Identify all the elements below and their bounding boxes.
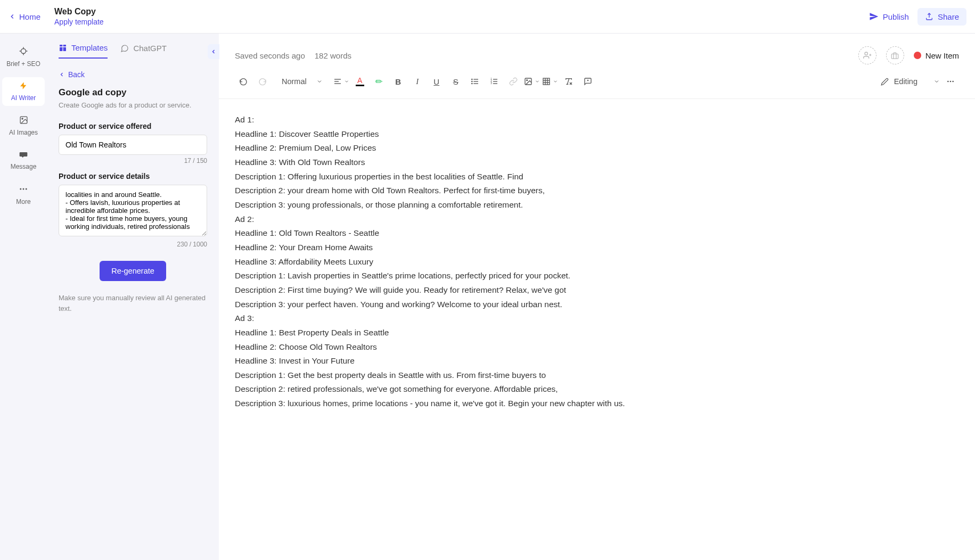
table-button[interactable]	[542, 73, 558, 90]
product-offered-counter: 17 / 150	[59, 157, 207, 164]
redo-button[interactable]	[254, 73, 271, 90]
mode-select[interactable]: Editing	[881, 77, 940, 86]
status-chip[interactable]: New Item	[914, 51, 959, 60]
editor-line: Description 3: luxurious homes, prime lo…	[235, 397, 959, 411]
product-offered-label: Product or service offered	[59, 122, 207, 130]
tab-templates[interactable]: Templates	[59, 43, 108, 59]
comment-icon	[584, 77, 592, 86]
back-link[interactable]: Back	[59, 70, 207, 79]
image-icon	[524, 77, 532, 86]
nav-label: AI Writer	[11, 94, 36, 102]
text-color-button[interactable]: A	[351, 73, 368, 90]
image-insert-button[interactable]	[524, 73, 540, 90]
link-button[interactable]	[505, 73, 522, 90]
comment-button[interactable]	[579, 73, 596, 90]
svg-text:3: 3	[490, 82, 492, 85]
product-details-input[interactable]	[59, 185, 207, 236]
highlight-button[interactable]: ✎	[371, 73, 388, 90]
editor-line: Headline 1: Old Town Realtors - Seattle	[235, 226, 959, 241]
undo-button[interactable]	[235, 73, 252, 90]
bold-icon: B	[395, 77, 401, 86]
calendar-button[interactable]	[886, 46, 904, 64]
product-details-label: Product or service details	[59, 172, 207, 180]
product-offered-input[interactable]	[59, 135, 207, 155]
clear-format-icon	[564, 77, 573, 86]
svg-rect-11	[60, 45, 62, 46]
underline-icon: U	[433, 77, 439, 86]
page-title: Web Copy	[54, 7, 869, 17]
top-header: Home Web Copy Apply template Publish Sha…	[0, 0, 975, 34]
home-link[interactable]: Home	[9, 12, 40, 21]
underline-button[interactable]: U	[428, 73, 445, 90]
editor-line: Ad 3:	[235, 311, 959, 326]
redo-icon	[258, 77, 267, 86]
editor-content[interactable]: Ad 1:Headline 1: Discover Seattle Proper…	[219, 99, 975, 425]
editor-area: Saved seconds ago 182 words New Item N	[219, 34, 975, 560]
tab-chatgpt[interactable]: ChatGPT	[120, 44, 167, 58]
chat-icon	[120, 44, 129, 53]
main-area: Brief + SEO AI Writer AI Images Message …	[0, 34, 975, 560]
numbered-list-button[interactable]: 123	[486, 73, 503, 90]
saved-status: Saved seconds ago	[235, 51, 305, 60]
strikethrough-icon: S	[453, 77, 458, 86]
bullet-list-button[interactable]	[466, 73, 484, 90]
chevron-down-icon	[344, 79, 349, 84]
collapse-panel-button[interactable]	[208, 44, 219, 59]
editor-line: Headline 1: Best Property Deals in Seatt…	[235, 326, 959, 340]
svg-rect-14	[63, 47, 66, 51]
paragraph-style-label: Normal	[282, 77, 307, 86]
tab-label: ChatGPT	[133, 44, 167, 53]
undo-icon	[239, 77, 248, 86]
paragraph-style-select[interactable]: Normal	[273, 77, 331, 86]
apply-template-link[interactable]: Apply template	[54, 18, 869, 26]
nav-label: AI Images	[9, 129, 38, 136]
editor-line: Headline 3: Affordability Meets Luxury	[235, 255, 959, 269]
nav-ai-writer[interactable]: AI Writer	[2, 77, 45, 106]
nav-more[interactable]: More	[2, 180, 45, 210]
editor-line: Headline 2: Choose Old Town Realtors	[235, 340, 959, 355]
nav-brief-seo[interactable]: Brief + SEO	[2, 42, 45, 72]
templates-panel: Templates ChatGPT Back Google ad copy Cr…	[47, 34, 219, 560]
chevron-down-icon	[933, 78, 940, 85]
clear-format-button[interactable]	[560, 73, 577, 90]
title-block: Web Copy Apply template	[54, 7, 869, 26]
strikethrough-button[interactable]: S	[447, 73, 464, 90]
user-plus-icon	[863, 51, 872, 60]
svg-point-26	[471, 81, 472, 81]
add-collaborator-button[interactable]	[858, 46, 876, 64]
template-description: Create Google ads for a product or servi…	[59, 101, 207, 109]
editor-statusbar: Saved seconds ago 182 words New Item	[219, 34, 975, 72]
pencil-icon	[881, 78, 889, 86]
svg-rect-36	[543, 78, 550, 85]
editor-line: Description 1: Lavish properties in Seat…	[235, 269, 959, 283]
editor-line: Description 1: Offering luxurious proper…	[235, 170, 959, 184]
italic-button[interactable]: I	[409, 73, 426, 90]
chevron-left-icon	[9, 13, 16, 20]
link-icon	[509, 77, 518, 86]
nav-message[interactable]: Message	[2, 146, 45, 175]
chevron-down-icon	[316, 78, 323, 85]
svg-point-46	[950, 81, 952, 83]
left-nav: Brief + SEO AI Writer AI Images Message …	[0, 34, 47, 560]
svg-point-47	[952, 81, 954, 83]
image-icon	[19, 116, 28, 127]
svg-point-35	[526, 80, 527, 81]
product-details-counter: 230 / 1000	[59, 241, 207, 248]
align-button[interactable]	[333, 73, 349, 90]
send-icon	[869, 12, 879, 21]
publish-button[interactable]: Publish	[869, 12, 909, 21]
status-dot-icon	[914, 52, 921, 59]
regenerate-button[interactable]: Re-generate	[100, 261, 166, 281]
briefcase-icon	[891, 52, 899, 60]
more-options-button[interactable]	[942, 73, 959, 90]
chevron-left-icon	[210, 48, 217, 55]
nav-label: Message	[11, 163, 37, 170]
nav-ai-images[interactable]: AI Images	[2, 111, 45, 141]
editor-line: Headline 2: Your Dream Home Awaits	[235, 241, 959, 255]
editor-line: Ad 2:	[235, 212, 959, 227]
status-label: New Item	[925, 51, 959, 60]
bold-button[interactable]: B	[390, 73, 407, 90]
share-button[interactable]: Share	[917, 8, 966, 26]
chat-icon	[19, 150, 28, 161]
editor-line: Description 3: your perfect haven. Young…	[235, 298, 959, 312]
